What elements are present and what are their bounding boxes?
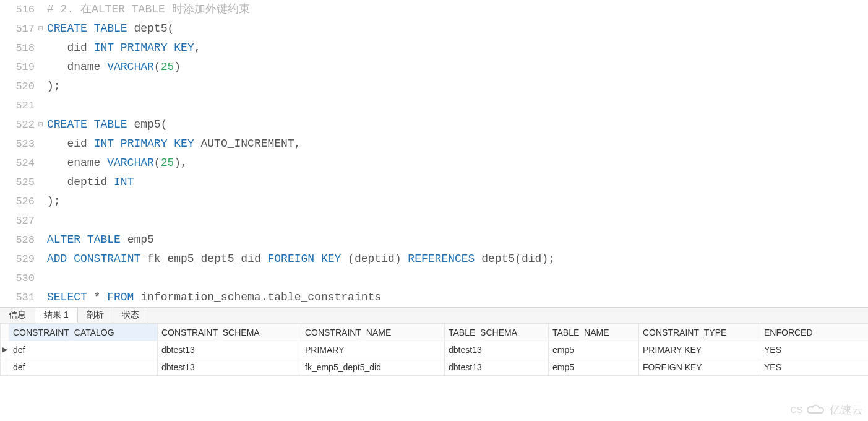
tab-result[interactable]: 结果 1: [35, 308, 78, 323]
cloud-icon: [805, 404, 827, 416]
line-number: 526: [0, 192, 38, 211]
code-content[interactable]: );: [47, 192, 61, 211]
line-number: 517: [0, 19, 38, 38]
table-cell[interactable]: dbtest13: [158, 358, 301, 376]
row-marker: ▶: [1, 341, 9, 358]
table-cell[interactable]: YES: [760, 341, 869, 358]
table-cell[interactable]: FOREIGN KEY: [639, 358, 760, 376]
column-header[interactable]: ENFORCED: [760, 324, 869, 341]
line-number: 523: [0, 134, 38, 154]
table-cell[interactable]: PRIMARY KEY: [639, 341, 760, 358]
table-cell[interactable]: emp5: [549, 358, 639, 376]
watermark-text-right: 亿速云: [830, 402, 863, 417]
code-line[interactable]: 528ALTER TABLE emp5: [0, 230, 868, 250]
code-line[interactable]: 523 eid INT PRIMARY KEY AUTO_INCREMENT,: [0, 134, 868, 154]
code-content[interactable]: ADD CONSTRAINT fk_emp5_dept5_did FOREIGN…: [47, 250, 555, 269]
table-cell[interactable]: dbtest13: [445, 341, 549, 358]
column-header[interactable]: CONSTRAINT_CATALOG: [9, 324, 158, 341]
line-number: 518: [0, 38, 38, 58]
line-number: 521: [0, 96, 38, 115]
code-content[interactable]: SELECT * FROM information_schema.table_c…: [47, 288, 381, 307]
line-number: 519: [0, 58, 38, 77]
code-content[interactable]: deptid INT: [47, 173, 134, 192]
code-content[interactable]: eid INT PRIMARY KEY AUTO_INCREMENT,: [47, 134, 301, 154]
table-cell[interactable]: dbtest13: [158, 341, 301, 358]
tab-info[interactable]: 信息: [0, 308, 35, 323]
line-number: 531: [0, 288, 38, 307]
code-content[interactable]: ALTER TABLE emp5: [47, 230, 154, 250]
watermark-text-left: CS: [791, 405, 802, 415]
line-number: 516: [0, 0, 38, 19]
column-header[interactable]: CONSTRAINT_SCHEMA: [158, 324, 301, 341]
table-cell[interactable]: PRIMARY: [301, 341, 445, 358]
code-content[interactable]: CREATE TABLE emp5(: [47, 115, 167, 134]
code-line[interactable]: 529ADD CONSTRAINT fk_emp5_dept5_did FORE…: [0, 250, 868, 269]
code-content[interactable]: # 2. 在ALTER TABLE 时添加外键约束: [47, 0, 250, 19]
code-line[interactable]: 531SELECT * FROM information_schema.tabl…: [0, 288, 868, 307]
line-number: 522: [0, 115, 38, 134]
code-content[interactable]: dname VARCHAR(25): [47, 58, 181, 77]
line-number: 524: [0, 154, 38, 173]
column-header[interactable]: TABLE_NAME: [549, 324, 639, 341]
sql-editor[interactable]: 516# 2. 在ALTER TABLE 时添加外键约束517⊟CREATE T…: [0, 0, 868, 307]
code-content[interactable]: );: [47, 77, 61, 96]
code-line[interactable]: 526);: [0, 192, 868, 211]
fold-marker[interactable]: ⊟: [38, 19, 47, 38]
code-line[interactable]: 525 deptid INT: [0, 173, 868, 192]
code-line[interactable]: 520);: [0, 77, 868, 96]
table-row[interactable]: ▶defdbtest13PRIMARYdbtest13emp5PRIMARY K…: [1, 341, 869, 358]
column-header[interactable]: TABLE_SCHEMA: [445, 324, 549, 341]
line-number: 525: [0, 173, 38, 192]
line-number: 528: [0, 230, 38, 250]
table-cell[interactable]: YES: [760, 358, 869, 376]
line-number: 527: [0, 211, 38, 230]
column-header[interactable]: CONSTRAINT_TYPE: [639, 324, 760, 341]
table-cell[interactable]: fk_emp5_dept5_did: [301, 358, 445, 376]
line-number: 520: [0, 77, 38, 96]
table-header-row: CONSTRAINT_CATALOGCONSTRAINT_SCHEMACONST…: [1, 324, 869, 341]
row-marker: [1, 358, 9, 376]
code-content[interactable]: ename VARCHAR(25),: [47, 154, 187, 173]
code-line[interactable]: 527: [0, 211, 868, 230]
tab-status[interactable]: 状态: [113, 308, 148, 323]
code-line[interactable]: 519 dname VARCHAR(25): [0, 58, 868, 77]
fold-marker[interactable]: ⊟: [38, 115, 47, 134]
code-line[interactable]: 522⊟CREATE TABLE emp5(: [0, 115, 868, 134]
code-line[interactable]: 516# 2. 在ALTER TABLE 时添加外键约束: [0, 0, 868, 19]
watermark: CS 亿速云: [791, 402, 863, 417]
result-tabs: 信息结果 1剖析状态: [0, 307, 868, 323]
line-number: 530: [0, 269, 38, 288]
table-cell[interactable]: emp5: [549, 341, 639, 358]
results-panel: CONSTRAINT_CATALOGCONSTRAINT_SCHEMACONST…: [0, 323, 868, 376]
table-row[interactable]: defdbtest13fk_emp5_dept5_diddbtest13emp5…: [1, 358, 869, 376]
code-line[interactable]: 517⊟CREATE TABLE dept5(: [0, 19, 868, 38]
tab-profile[interactable]: 剖析: [78, 308, 113, 323]
code-line[interactable]: 524 ename VARCHAR(25),: [0, 154, 868, 173]
code-content[interactable]: did INT PRIMARY KEY,: [47, 38, 201, 58]
column-header[interactable]: CONSTRAINT_NAME: [301, 324, 445, 341]
row-marker-header: [1, 324, 9, 341]
table-cell[interactable]: dbtest13: [445, 358, 549, 376]
results-table[interactable]: CONSTRAINT_CATALOGCONSTRAINT_SCHEMACONST…: [0, 323, 868, 376]
code-line[interactable]: 518 did INT PRIMARY KEY,: [0, 38, 868, 58]
code-line[interactable]: 521: [0, 96, 868, 115]
table-cell[interactable]: def: [9, 358, 158, 376]
table-cell[interactable]: def: [9, 341, 158, 358]
code-content[interactable]: CREATE TABLE dept5(: [47, 19, 174, 38]
code-line[interactable]: 530: [0, 269, 868, 288]
line-number: 529: [0, 250, 38, 269]
